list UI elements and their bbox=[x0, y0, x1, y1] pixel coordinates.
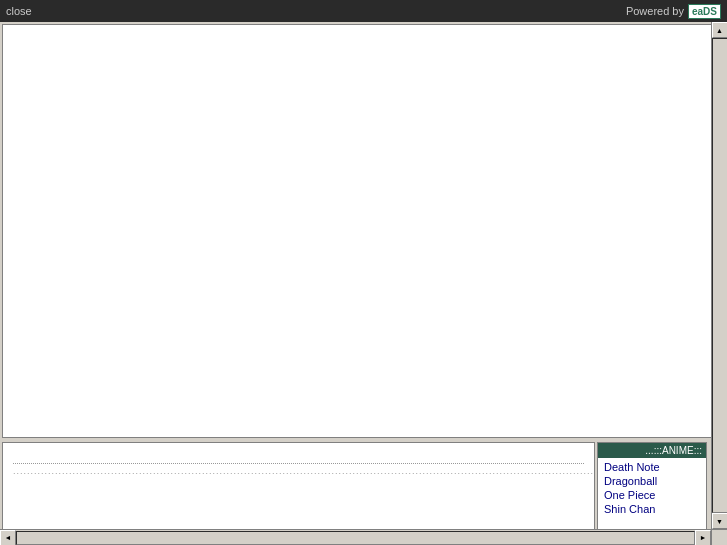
content-frame bbox=[2, 24, 725, 438]
outer-h-scrollbar-track[interactable] bbox=[16, 531, 695, 545]
outer-horizontal-scrollbar: ◄ ► bbox=[0, 529, 711, 545]
outer-left-arrow-icon: ◄ bbox=[5, 534, 12, 541]
placeholder-dots: ........................................… bbox=[13, 466, 595, 476]
anime-link-dragonball[interactable]: Dragonball bbox=[604, 475, 657, 487]
anime-link-one-piece[interactable]: One Piece bbox=[604, 489, 655, 501]
anime-link-shin-chan[interactable]: Shin Chan bbox=[604, 503, 655, 515]
anime-panel: ...:::ANIME::: Death Note Dragonball One… bbox=[597, 442, 707, 543]
scroll-up-button[interactable]: ▲ bbox=[712, 22, 728, 38]
anime-header: ...:::ANIME::: bbox=[598, 443, 706, 458]
outer-vertical-scrollbar: ▲ ▼ bbox=[711, 22, 727, 529]
anime-list: Death Note Dragonball One Piece Shin Cha… bbox=[598, 458, 706, 518]
outer-scroll-right-button[interactable]: ► bbox=[695, 530, 711, 546]
close-button[interactable]: close bbox=[6, 5, 32, 17]
text-input-panel[interactable]: ........................................… bbox=[2, 442, 595, 543]
anime-link-death-note[interactable]: Death Note bbox=[604, 461, 660, 473]
scroll-down-button[interactable]: ▼ bbox=[712, 513, 728, 529]
powered-label: Powered by bbox=[626, 5, 684, 17]
powered-by: Powered by eaDS bbox=[626, 4, 721, 19]
main-area: ........................................… bbox=[0, 22, 727, 545]
list-item[interactable]: One Piece bbox=[598, 488, 706, 502]
v-scrollbar-track[interactable] bbox=[712, 38, 728, 513]
list-item[interactable]: Dragonball bbox=[598, 474, 706, 488]
title-bar: close Powered by eaDS bbox=[0, 0, 727, 22]
dotted-separator: ........................................… bbox=[13, 463, 584, 476]
list-item[interactable]: Death Note bbox=[598, 460, 706, 474]
eads-badge: eaDS bbox=[688, 4, 721, 19]
up-arrow-icon: ▲ bbox=[716, 27, 723, 34]
down-arrow-icon: ▼ bbox=[716, 518, 723, 525]
outer-right-arrow-icon: ► bbox=[700, 534, 707, 541]
list-item[interactable]: Shin Chan bbox=[598, 502, 706, 516]
outer-scrollbar-corner bbox=[711, 529, 727, 545]
outer-scroll-left-button[interactable]: ◄ bbox=[0, 530, 16, 546]
